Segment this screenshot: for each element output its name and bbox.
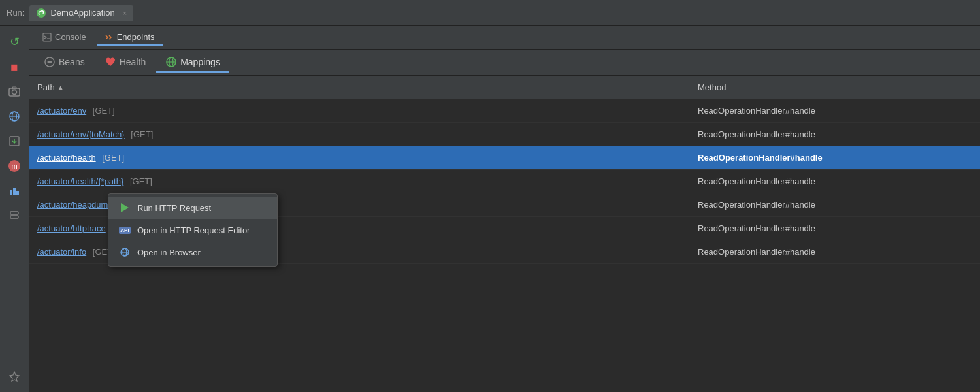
svg-rect-13 (10, 212, 18, 214)
tab-console[interactable]: Console (35, 29, 94, 46)
sidebar-icon-globe[interactable] (4, 106, 25, 127)
tab-health-label: Health (120, 57, 146, 67)
row-method: ReadOperationHandler#handle (698, 153, 972, 163)
run-tab-close[interactable]: × (123, 9, 127, 17)
run-http-icon (119, 202, 131, 214)
open-browser-label: Open in Browser (137, 248, 201, 257)
col-method-header: Method (698, 82, 972, 92)
tab-health[interactable]: Health (95, 53, 155, 73)
run-label: Run: (7, 8, 24, 18)
tab-endpoints-label: Endpoints (117, 32, 155, 42)
sidebar-icon-pin[interactable] (4, 366, 25, 387)
sidebar: ↺ ◼ m (0, 26, 29, 392)
col-path-label: Path (37, 82, 55, 92)
svg-rect-10 (10, 190, 12, 195)
path-link[interactable]: /actuator/info (37, 247, 86, 257)
svg-rect-12 (16, 191, 19, 195)
row-path: /actuator/env [GET] (37, 106, 698, 116)
tab-mappings-label: Mappings (180, 57, 220, 67)
svg-point-2 (12, 90, 17, 95)
sidebar-icon-layers[interactable] (4, 205, 25, 226)
table-row-selected[interactable]: /actuator/health [GET] ReadOperationHand… (29, 146, 980, 170)
row-method: ReadOperationHandler#handle (698, 200, 972, 210)
run-http-label: Run HTTP Request (137, 203, 211, 213)
main-layout: ↺ ◼ m (0, 26, 980, 392)
sidebar-icon-camera[interactable] (4, 81, 25, 102)
sidebar-icon-chart[interactable] (4, 180, 25, 201)
tab-beans[interactable]: Beans (35, 53, 94, 73)
table-row[interactable]: /actuator/health/{*path} [GET] ReadOpera… (29, 170, 980, 193)
row-path: /actuator/env/{toMatch} [GET] (37, 129, 698, 139)
method-tag: [GET] (102, 153, 124, 163)
row-method: ReadOperationHandler#handle (698, 129, 972, 139)
path-link[interactable]: /actuator/health/{*path} (37, 176, 123, 186)
top-tabs: Console Endpoints (29, 26, 980, 50)
svg-rect-11 (13, 188, 16, 195)
col-path-header[interactable]: Path ▲ (37, 82, 698, 92)
path-link[interactable]: /actuator/health (37, 153, 96, 163)
sidebar-icon-m[interactable]: m (4, 155, 25, 176)
method-tag: [GET] (130, 176, 152, 186)
row-method: ReadOperationHandler#handle (698, 223, 972, 233)
run-bar: Run: DemoApplication × (0, 0, 980, 26)
table-header: Path ▲ Method (29, 76, 980, 99)
col-method-label: Method (698, 82, 726, 92)
row-method: ReadOperationHandler#handle (698, 106, 972, 116)
run-tab[interactable]: DemoApplication × (29, 5, 133, 21)
content-area: Console Endpoints Beans (29, 26, 980, 392)
sort-icon: ▲ (57, 84, 64, 91)
table-body: /actuator/env [GET] ReadOperationHandler… (29, 99, 980, 392)
tab-mappings[interactable]: Mappings (156, 53, 229, 73)
path-link[interactable]: /actuator/env/{toMatch} (37, 129, 125, 139)
svg-text:m: m (11, 162, 17, 170)
open-editor-icon: API (119, 224, 131, 236)
tab-endpoints[interactable]: Endpoints (97, 29, 163, 46)
sidebar-icon-import[interactable] (4, 131, 25, 152)
sidebar-icon-stop[interactable]: ◼ (4, 56, 25, 77)
table-row[interactable]: /actuator/env/{toMatch} [GET] ReadOperat… (29, 123, 980, 146)
context-menu-open-browser[interactable]: Open in Browser (108, 241, 277, 263)
context-menu-open-editor[interactable]: API Open in HTTP Request Editor (108, 219, 277, 241)
spring-icon (36, 8, 46, 18)
row-method: ReadOperationHandler#handle (698, 247, 972, 257)
mappings-icon (165, 56, 177, 68)
sidebar-icon-refresh[interactable]: ↺ (4, 31, 25, 52)
method-tag: [GET] (131, 129, 153, 139)
open-browser-icon (119, 246, 131, 258)
table-row[interactable]: /actuator/env [GET] ReadOperationHandler… (29, 99, 980, 123)
svg-point-0 (37, 8, 46, 18)
row-method: ReadOperationHandler#handle (698, 176, 972, 186)
sub-tabs: Beans Health Mappings (29, 50, 980, 76)
beans-icon (44, 56, 56, 68)
tab-beans-label: Beans (59, 57, 85, 67)
context-menu-run-http[interactable]: Run HTTP Request (108, 197, 277, 219)
path-link[interactable]: /actuator/httptrace (37, 223, 106, 233)
health-icon (105, 56, 116, 68)
svg-rect-14 (10, 216, 18, 218)
console-icon (42, 33, 52, 42)
path-link[interactable]: /actuator/env (37, 106, 86, 116)
open-editor-label: Open in HTTP Request Editor (137, 225, 250, 235)
run-tab-name: DemoApplication (50, 8, 114, 18)
row-path: /actuator/health/{*path} [GET] (37, 176, 698, 186)
path-link[interactable]: /actuator/heapdump (37, 200, 113, 210)
context-menu: Run HTTP Request API Open in HTTP Reques… (108, 193, 278, 267)
row-path: /actuator/health [GET] (37, 153, 698, 163)
tab-console-label: Console (55, 32, 86, 42)
endpoints-icon (105, 33, 114, 42)
method-tag: [GET] (93, 106, 115, 116)
